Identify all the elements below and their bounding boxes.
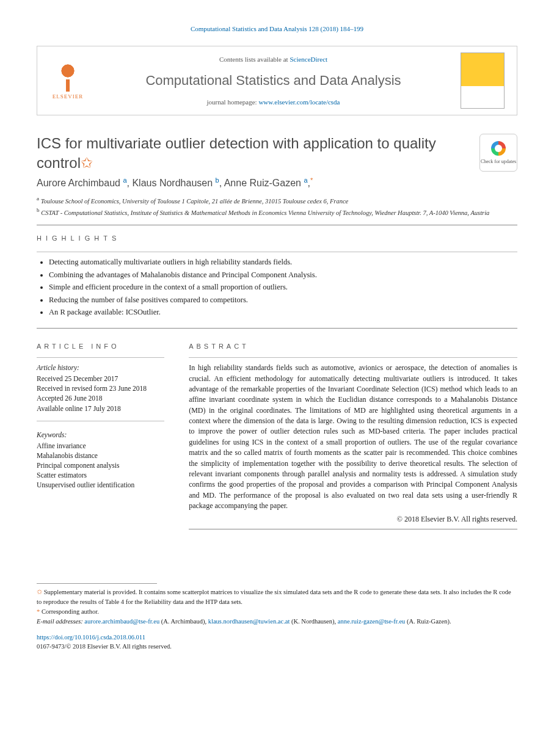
history-label: Article history: <box>37 363 164 373</box>
footnote-supp-text: Supplementary material is provided. It c… <box>37 589 511 605</box>
email-link-2[interactable]: klaus.nordhausen@tuwien.ac.at <box>208 618 290 625</box>
affiliation-a-text: Toulouse School of Economics, University… <box>41 198 349 205</box>
highlight-item: Detecting automatically multivariate out… <box>49 257 517 268</box>
citation-header: Computational Statistics and Data Analys… <box>37 24 517 34</box>
author-1-name: Aurore Archimbaud <box>37 178 120 188</box>
footnote-asterisk-icon: * <box>37 608 40 615</box>
keyword-line: Mahalanobis distance <box>37 451 164 460</box>
footnote-star-icon: ✩ <box>37 589 42 595</box>
divider <box>37 357 164 358</box>
doi-block: https://doi.org/10.1016/j.csda.2018.06.0… <box>37 633 517 651</box>
divider <box>37 328 517 329</box>
title-footnote-star-icon: ✩ <box>81 154 93 171</box>
history-line: Accepted 26 June 2018 <box>37 393 164 403</box>
highlights-list: Detecting automatically multivariate out… <box>37 257 517 318</box>
author-1-aff: a <box>123 176 126 184</box>
affiliations: a Toulouse School of Economics, Universi… <box>37 195 517 217</box>
footnote-supp: ✩ Supplementary material is provided. It… <box>37 587 517 607</box>
keyword-line: Affine invariance <box>37 441 164 451</box>
divider <box>37 225 517 225</box>
email-link-1[interactable]: aurore.archimbaud@tse-fr.eu <box>84 618 159 625</box>
footnote-corresponding: * Corresponding author. <box>37 607 517 617</box>
email-3-who: (A. Ruiz-Gazen) <box>407 618 450 625</box>
article-title-text: ICS for multivariate outlier detection w… <box>37 135 436 170</box>
divider <box>189 357 517 358</box>
article-info-heading: article info <box>37 342 164 351</box>
email-1-who: (A. Archimbaud) <box>161 618 205 625</box>
highlight-item: Reducing the number of false positives c… <box>49 295 517 306</box>
journal-cover-thumbnail <box>461 53 505 109</box>
email-link-3[interactable]: anne.ruiz-gazen@tse-fr.eu <box>338 618 406 625</box>
footnote-emails: E-mail addresses: aurore.archimbaud@tse-… <box>37 617 517 627</box>
abstract-body: In high reliability standards fields suc… <box>189 363 517 511</box>
check-for-updates-button[interactable]: Check for updates <box>479 134 517 172</box>
keyword-line: Principal component analysis <box>37 460 164 470</box>
elsevier-tree-icon <box>53 61 83 92</box>
email-label: E-mail addresses: <box>37 618 83 625</box>
keyword-line: Scatter estimators <box>37 470 164 480</box>
email-2-who: (K. Nordhausen) <box>291 618 335 625</box>
keyword-line: Unsupervised outlier identification <box>37 480 164 490</box>
author-3-name: Anne Ruiz-Gazen <box>224 178 301 188</box>
doi-link[interactable]: https://doi.org/10.1016/j.csda.2018.06.0… <box>37 634 145 641</box>
elsevier-text: ELSEVIER <box>53 93 84 101</box>
affiliation-b: b CSTAT - Computational Statistics, Inst… <box>37 206 517 217</box>
crossmark-icon <box>491 141 506 156</box>
history-lines: Received 25 December 2017 Received in re… <box>37 374 164 413</box>
divider <box>37 252 517 252</box>
history-line: Received 25 December 2017 <box>37 374 164 383</box>
article-info-column: article info Article history: Received 2… <box>37 333 164 535</box>
authors-line: Aurore Archimbaud a, Klaus Nordhausen b,… <box>37 176 517 191</box>
issn-copyright-line: 0167-9473/© 2018 Elsevier B.V. All right… <box>37 642 517 652</box>
elsevier-logo: ELSEVIER <box>49 59 86 102</box>
history-line: Available online 17 July 2018 <box>37 404 164 413</box>
footnotes: ✩ Supplementary material is provided. It… <box>37 583 517 626</box>
homepage-prefix: journal homepage: <box>207 98 259 106</box>
author-2-name: Klaus Nordhausen <box>132 178 213 188</box>
homepage-line: journal homepage: www.elsevier.com/locat… <box>98 98 448 107</box>
abstract-column: abstract In high reliability standards f… <box>189 333 517 535</box>
affiliation-a: a Toulouse School of Economics, Universi… <box>37 195 517 206</box>
footnote-rule <box>37 583 157 584</box>
abstract-copyright: © 2018 Elsevier B.V. All rights reserved… <box>189 514 517 525</box>
divider <box>189 529 517 529</box>
affiliation-b-text: CSTAT - Computational Statistics, Instit… <box>41 209 489 216</box>
highlight-item: Combining the advantages of Mahalanobis … <box>49 270 517 281</box>
history-line: Received in revised form 23 June 2018 <box>37 383 164 393</box>
highlight-item: An R package available: ICSOutlier. <box>49 307 517 318</box>
highlights-heading: highlights <box>37 234 517 243</box>
divider <box>37 421 164 421</box>
journal-center: Contents lists available at ScienceDirec… <box>98 55 448 107</box>
homepage-link[interactable]: www.elsevier.com/locate/csda <box>258 98 340 106</box>
contents-prefix: Contents lists available at <box>219 56 290 63</box>
check-updates-label: Check for updates <box>481 158 516 165</box>
corresponding-author-star-icon: * <box>310 176 313 184</box>
footnote-corr-label: Corresponding author. <box>42 608 99 615</box>
article-title: ICS for multivariate outlier detection w… <box>37 134 467 172</box>
keywords-label: Keywords: <box>37 430 164 440</box>
keywords-lines: Affine invariance Mahalanobis distance P… <box>37 441 164 490</box>
sciencedirect-link[interactable]: ScienceDirect <box>290 56 327 63</box>
journal-name: Computational Statistics and Data Analys… <box>98 71 448 90</box>
highlight-item: Simple and efficient procedure in the co… <box>49 282 517 293</box>
contents-line: Contents lists available at ScienceDirec… <box>98 55 448 64</box>
author-2-aff: b <box>216 176 219 184</box>
journal-header-box: ELSEVIER Contents lists available at Sci… <box>37 46 517 115</box>
abstract-heading: abstract <box>189 342 517 351</box>
